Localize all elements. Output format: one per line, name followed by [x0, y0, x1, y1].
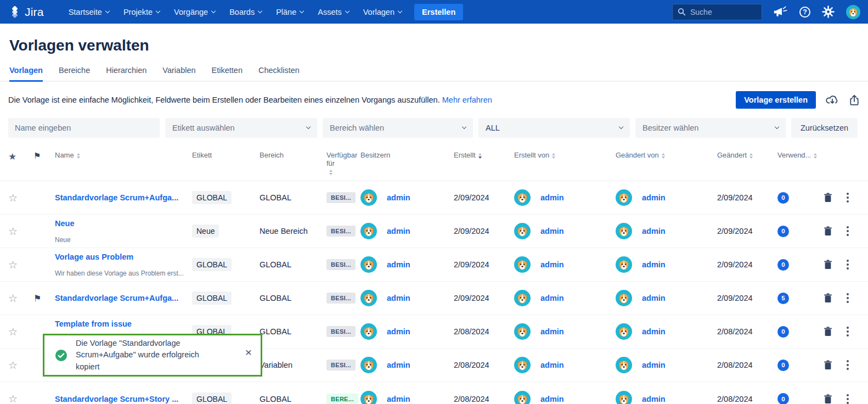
- user-avatar[interactable]: [846, 5, 860, 19]
- success-toast: Die Vorlage "Standardvorlage Scrum+Aufga…: [43, 334, 262, 377]
- modifier-link[interactable]: admin: [642, 193, 666, 202]
- filter-owner-select[interactable]: Besitzer wählen: [635, 118, 786, 138]
- nav-item-vorlagen[interactable]: Vorlagen: [357, 4, 408, 20]
- creator-link[interactable]: admin: [540, 227, 564, 235]
- jira-logo[interactable]: Jira: [9, 5, 44, 19]
- delete-button[interactable]: [824, 293, 832, 303]
- filter-all-select[interactable]: ALL: [478, 118, 630, 138]
- learn-more-link[interactable]: Mehr erfahren: [442, 96, 492, 104]
- global-search[interactable]: [672, 4, 762, 20]
- template-name-link[interactable]: Vorlage aus Problem: [55, 252, 192, 261]
- nav-item-projekte[interactable]: Projekte: [117, 4, 166, 20]
- modifier-link[interactable]: admin: [642, 361, 666, 369]
- creator-link[interactable]: admin: [540, 193, 564, 202]
- modifier-link[interactable]: admin: [642, 395, 666, 403]
- favorite-star-icon[interactable]: ☆: [8, 326, 24, 338]
- creator-link[interactable]: admin: [540, 395, 564, 403]
- more-actions-button[interactable]: [845, 392, 850, 404]
- owner-link[interactable]: admin: [387, 395, 410, 403]
- modifier-avatar: [616, 290, 632, 306]
- favorite-star-icon[interactable]: ☆: [8, 192, 24, 204]
- more-actions-button[interactable]: [845, 358, 850, 372]
- announcements-button[interactable]: [774, 6, 788, 18]
- delete-button[interactable]: [824, 260, 832, 270]
- delete-button[interactable]: [824, 193, 832, 203]
- owner-link[interactable]: admin: [387, 193, 410, 202]
- nav-item-boards[interactable]: Boards: [223, 4, 268, 20]
- favorite-star-icon[interactable]: ☆: [8, 225, 24, 238]
- tab-hierarchien[interactable]: Hierarchien: [106, 66, 146, 81]
- template-name-link[interactable]: Neue: [55, 219, 192, 228]
- modifier-avatar: [616, 323, 632, 340]
- column-header-name[interactable]: Name: [48, 151, 192, 159]
- nav-item-startseite[interactable]: Startseite: [63, 4, 115, 20]
- favorite-star-icon[interactable]: ☆: [8, 292, 24, 305]
- more-actions-button[interactable]: [845, 191, 850, 204]
- created-date: 2/08/2024: [454, 361, 514, 369]
- favorite-star-icon[interactable]: ☆: [8, 392, 24, 404]
- column-header-erstellt[interactable]: Erstellt: [454, 151, 514, 159]
- column-header-geaendert[interactable]: Geändert: [717, 151, 777, 159]
- tab-bereiche[interactable]: Bereiche: [59, 66, 90, 81]
- column-header-besitzern[interactable]: Besitzern: [360, 151, 454, 159]
- creator-link[interactable]: admin: [540, 294, 564, 302]
- creator-link[interactable]: admin: [540, 260, 564, 269]
- favorite-star-icon[interactable]: ☆: [8, 259, 24, 271]
- more-actions-button[interactable]: [845, 325, 850, 338]
- create-button[interactable]: Erstellen: [414, 4, 463, 20]
- modifier-link[interactable]: admin: [642, 327, 666, 336]
- delete-button[interactable]: [824, 226, 832, 236]
- column-header-etikett[interactable]: Etikett: [192, 151, 260, 159]
- modifier-avatar: [616, 357, 632, 373]
- column-header-bereich[interactable]: Bereich: [260, 151, 326, 159]
- delete-button[interactable]: [824, 327, 832, 336]
- more-actions-button[interactable]: [845, 258, 850, 271]
- column-header-erstellt-von[interactable]: Erstellt von: [514, 151, 616, 159]
- chevron-down-icon: [619, 125, 623, 129]
- reset-filters-button[interactable]: Zurücksetzen: [791, 118, 858, 138]
- scope-cell: GLOBAL: [260, 294, 326, 302]
- column-header-verwendet[interactable]: Verwend...: [777, 151, 819, 159]
- creator-link[interactable]: admin: [540, 327, 564, 336]
- delete-button[interactable]: [824, 360, 832, 370]
- help-button[interactable]: ?: [799, 7, 810, 18]
- import-button[interactable]: [826, 94, 839, 106]
- creator-link[interactable]: admin: [540, 361, 564, 369]
- template-name-link[interactable]: Template from issue: [55, 319, 192, 328]
- top-navbar: Jira Startseite Projekte Vorgänge Boards…: [0, 0, 868, 24]
- export-button[interactable]: [849, 94, 860, 106]
- nav-item-plaene[interactable]: Pläne: [270, 4, 309, 20]
- template-name-link[interactable]: Standardvorlage Scrum+Aufga...: [55, 193, 192, 202]
- filter-scope-select[interactable]: Bereich wählen: [323, 118, 473, 138]
- more-actions-button[interactable]: [845, 225, 850, 238]
- delete-button[interactable]: [824, 394, 832, 404]
- settings-button[interactable]: [822, 5, 835, 18]
- owner-link[interactable]: admin: [387, 227, 410, 235]
- favorite-star-icon[interactable]: ☆: [8, 359, 24, 372]
- filter-name-input[interactable]: [8, 118, 160, 138]
- label-badge: GLOBAL: [192, 392, 232, 404]
- create-template-button[interactable]: Vorlage erstellen: [736, 91, 816, 109]
- nav-item-vorgaenge[interactable]: Vorgänge: [168, 4, 221, 20]
- owner-link[interactable]: admin: [387, 294, 410, 302]
- tab-vorlagen[interactable]: Vorlagen: [9, 66, 43, 82]
- search-input[interactable]: [690, 8, 753, 16]
- template-name-link[interactable]: Standardvorlage Scrum+Aufga...: [55, 294, 192, 302]
- modifier-avatar: [616, 223, 632, 239]
- nav-item-assets[interactable]: Assets: [312, 4, 355, 20]
- template-name-link[interactable]: Standardvorlage Scrum+Story ...: [55, 395, 192, 403]
- tab-variablen[interactable]: Variablen: [162, 66, 195, 81]
- filter-label-select[interactable]: Etikett auswählen: [165, 118, 317, 138]
- tab-checklisten[interactable]: Checklisten: [258, 66, 300, 81]
- more-actions-button[interactable]: [845, 291, 850, 305]
- owner-link[interactable]: admin: [387, 327, 410, 336]
- owner-link[interactable]: admin: [387, 361, 410, 369]
- modifier-link[interactable]: admin: [642, 294, 666, 302]
- modifier-link[interactable]: admin: [642, 260, 666, 269]
- column-header-verfuegbar-fuer[interactable]: Verfügbar für: [326, 151, 360, 175]
- owner-link[interactable]: admin: [387, 260, 410, 269]
- toast-close-icon[interactable]: ×: [245, 346, 252, 358]
- tab-etiketten[interactable]: Etiketten: [212, 66, 243, 81]
- column-header-geaendert-von[interactable]: Geändert von: [616, 151, 717, 159]
- modifier-link[interactable]: admin: [642, 227, 666, 235]
